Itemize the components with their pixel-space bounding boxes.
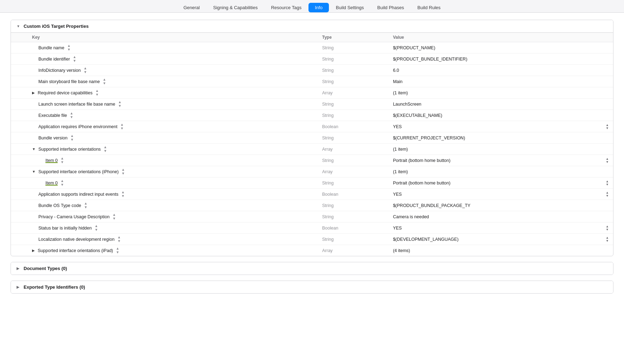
table-row[interactable]: Item 0▲▼StringPortrait (bottom home butt… [11, 155, 613, 166]
section-document-types: ▶Document Types (0) [11, 262, 613, 275]
table-row[interactable]: Launch screen interface file base name▲▼… [11, 99, 613, 110]
type-cell: String [318, 234, 389, 245]
value-text: $(DEVELOPMENT_LANGUAGE) [393, 237, 458, 242]
value-text: YES [393, 124, 402, 129]
key-stepper-icon[interactable]: ▲▼ [116, 247, 119, 254]
table-row[interactable]: Bundle identifier▲▼String$(PRODUCT_BUNDL… [11, 54, 613, 65]
key-stepper-icon[interactable]: ▲▼ [84, 202, 87, 209]
value-text: Camera is needed [393, 214, 429, 219]
value-cell: $(PRODUCT_BUNDLE_PACKAGE_TY [389, 200, 613, 211]
value-cell: LaunchScreen [389, 99, 613, 110]
expand-arrow-icon[interactable]: ▶ [32, 249, 35, 252]
tab-build-settings[interactable]: Build Settings [330, 3, 370, 12]
value-cell: (1 item) [389, 166, 613, 177]
section-header-exported-type[interactable]: ▶Exported Type Identifiers (0) [11, 281, 613, 293]
type-cell: String [318, 42, 389, 54]
tab-build-phases[interactable]: Build Phases [371, 3, 410, 12]
table-row[interactable]: ▶Required device capabilities▲▼Array(1 i… [11, 87, 613, 99]
key-stepper-icon[interactable]: ▲▼ [104, 145, 107, 153]
key-stepper-icon[interactable]: ▲▼ [112, 213, 116, 220]
key-stepper-icon[interactable]: ▲▼ [94, 224, 98, 232]
tab-resource-tags[interactable]: Resource Tags [265, 3, 308, 12]
properties-table: KeyTypeValueBundle name▲▼String$(PRODUCT… [11, 33, 613, 256]
key-stepper-icon[interactable]: ▲▼ [121, 190, 125, 198]
table-row[interactable]: Bundle name▲▼String$(PRODUCT_NAME) [11, 42, 613, 54]
key-stepper-icon[interactable]: ▲▼ [61, 179, 64, 187]
chevron-icon: ▶ [17, 266, 21, 270]
key-label: Privacy - Camera Usage Description [38, 214, 110, 219]
value-text: Portrait (bottom home button) [393, 158, 450, 163]
table-row[interactable]: Status bar is initially hidden▲▼BooleanY… [11, 222, 613, 234]
sections-container: ▼Custom iOS Target PropertiesKeyTypeValu… [11, 20, 613, 294]
tab-general[interactable]: General [177, 3, 206, 12]
table-row[interactable]: Bundle version▲▼String$(CURRENT_PROJECT_… [11, 132, 613, 144]
key-label: Item 0 [45, 181, 58, 186]
key-stepper-icon[interactable]: ▲▼ [70, 134, 74, 142]
tab-bar: GeneralSigning & CapabilitiesResource Ta… [0, 0, 624, 13]
key-stepper-icon[interactable]: ▲▼ [95, 89, 99, 96]
table-row[interactable]: ▼Supported interface orientations (iPhon… [11, 166, 613, 177]
section-header-document-types[interactable]: ▶Document Types (0) [11, 262, 613, 275]
key-stepper-icon[interactable]: ▲▼ [118, 100, 121, 108]
value-stepper-icon[interactable]: ▲▼ [606, 157, 609, 164]
value-cell: $(DEVELOPMENT_LANGUAGE)▲▼ [389, 234, 613, 245]
value-stepper-icon[interactable]: ▲▼ [606, 124, 609, 130]
value-text: $(CURRENT_PROJECT_VERSION) [393, 136, 465, 140]
key-stepper-icon[interactable]: ▲▼ [70, 112, 73, 119]
key-stepper-icon[interactable]: ▲▼ [121, 168, 125, 175]
value-cell: YES▲▼ [389, 121, 613, 132]
key-stepper-icon[interactable]: ▲▼ [117, 236, 121, 243]
type-cell: Boolean [318, 121, 389, 132]
table-row[interactable]: ▼Supported interface orientations▲▼Array… [11, 144, 613, 155]
type-cell: String [318, 155, 389, 166]
section-header-custom-ios[interactable]: ▼Custom iOS Target Properties [11, 20, 613, 33]
type-cell: String [318, 132, 389, 144]
chevron-icon: ▼ [17, 24, 21, 28]
key-stepper-icon[interactable]: ▲▼ [73, 55, 76, 63]
key-stepper-icon[interactable]: ▲▼ [67, 44, 71, 51]
value-stepper-icon[interactable]: ▲▼ [606, 180, 609, 186]
value-cell: YES▲▼ [389, 189, 613, 200]
value-text: (4 items) [393, 248, 410, 253]
value-cell: 6.0 [389, 65, 613, 76]
value-stepper-icon[interactable]: ▲▼ [606, 225, 609, 231]
key-label: Supported interface orientations (iPhone… [38, 169, 119, 174]
key-stepper-icon[interactable]: ▲▼ [102, 78, 106, 85]
table-row[interactable]: Application supports indirect input even… [11, 189, 613, 200]
value-cell: Portrait (bottom home button)▲▼ [389, 177, 613, 189]
tab-signing---capabilities[interactable]: Signing & Capabilities [207, 3, 264, 12]
table-row[interactable]: Privacy - Camera Usage Description▲▼Stri… [11, 211, 613, 222]
key-stepper-icon[interactable]: ▲▼ [83, 67, 87, 74]
key-label: Required device capabilities [38, 90, 93, 95]
key-label: Supported interface orientations [38, 147, 101, 152]
tab-build-rules[interactable]: Build Rules [411, 3, 447, 12]
table-row[interactable]: Executable file▲▼String$(EXECUTABLE_NAME… [11, 110, 613, 121]
type-cell: String [318, 211, 389, 222]
table-row[interactable]: Main storyboard file base name▲▼StringMa… [11, 76, 613, 87]
key-stepper-icon[interactable]: ▲▼ [120, 123, 124, 130]
type-cell: Boolean [318, 222, 389, 234]
key-label: Status bar is initially hidden [38, 226, 92, 231]
value-cell: (4 items) [389, 245, 613, 256]
collapse-arrow-icon[interactable]: ▼ [32, 147, 36, 151]
value-stepper-icon[interactable]: ▲▼ [606, 191, 609, 197]
col-header-type: Type [318, 33, 389, 42]
type-cell: Array [318, 245, 389, 256]
value-stepper-icon[interactable]: ▲▼ [606, 236, 609, 243]
value-cell: Camera is needed [389, 211, 613, 222]
table-row[interactable]: InfoDictionary version▲▼String6.0 [11, 65, 613, 76]
value-text: YES [393, 226, 402, 231]
expand-arrow-icon[interactable]: ▶ [32, 91, 35, 95]
table-row[interactable]: Localization native development region▲▼… [11, 234, 613, 245]
value-text: (1 item) [393, 169, 408, 174]
key-label: Bundle identifier [38, 57, 70, 62]
table-row[interactable]: Application requires iPhone environment▲… [11, 121, 613, 132]
section-title: Exported Type Identifiers (0) [24, 284, 85, 290]
table-row[interactable]: Bundle OS Type code▲▼String$(PRODUCT_BUN… [11, 200, 613, 211]
key-stepper-icon[interactable]: ▲▼ [61, 157, 64, 164]
table-row[interactable]: Item 0▲▼StringPortrait (bottom home butt… [11, 177, 613, 189]
key-label: Bundle version [38, 136, 68, 140]
collapse-arrow-icon[interactable]: ▼ [32, 170, 36, 174]
tab-info[interactable]: Info [308, 3, 329, 12]
table-row[interactable]: ▶Supported interface orientations (iPad)… [11, 245, 613, 256]
